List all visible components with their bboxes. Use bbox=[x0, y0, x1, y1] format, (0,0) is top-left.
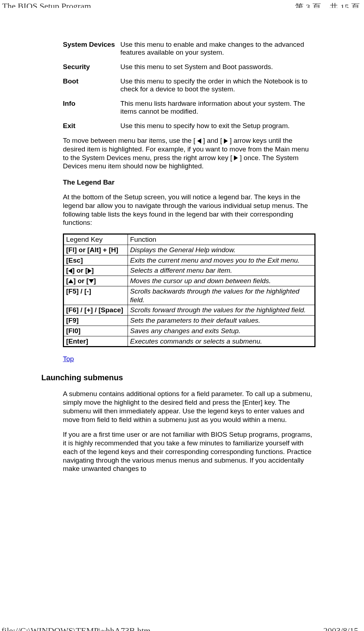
table-header-row: Legend Key Function bbox=[64, 234, 315, 245]
arrow-right-icon bbox=[88, 268, 92, 273]
legend-key: [F6] / [+] / [Space] bbox=[64, 305, 128, 316]
navigation-instructions: To move between menu bar items, use the … bbox=[63, 136, 315, 171]
legend-key: [F5] / [-] bbox=[64, 286, 128, 305]
legend-intro: At the bottom of the Setup screen, you w… bbox=[63, 193, 315, 227]
legend-key: [Enter] bbox=[64, 336, 128, 347]
arrow-left-icon bbox=[197, 139, 201, 144]
legend-fn: Executes commands or selects a submenu. bbox=[128, 336, 315, 347]
page-header: The BIOS Setup Program 第 3 頁，共 15 頁 bbox=[0, 0, 364, 10]
text-fragment: ] and [ bbox=[203, 137, 224, 144]
legend-key: [Fl] or [Alt] + [H] bbox=[64, 245, 128, 255]
legend-fn: Scrolls backwards through the values for… bbox=[128, 286, 315, 305]
legend-key: [] or [] bbox=[64, 276, 128, 286]
table-row: [Esc] Exits the current menu and moves y… bbox=[64, 255, 315, 265]
table-row: [F5] / [-] Scrolls backwards through the… bbox=[64, 286, 315, 305]
legend-fn: Scrolls forward through the values for t… bbox=[128, 305, 315, 316]
legend-fn: Displays the General Help window. bbox=[128, 245, 315, 255]
legend-fn: Selects a different menu bar item. bbox=[128, 265, 315, 276]
text-fragment: To move between menu bar items, use the … bbox=[63, 137, 197, 144]
menu-item-exit: Exit Use this menu to specify how to exi… bbox=[63, 122, 315, 130]
text-fragment: ] bbox=[94, 277, 96, 285]
menu-label: Security bbox=[63, 63, 120, 71]
menu-item-security: Security Use this menu to set System and… bbox=[63, 63, 315, 71]
col-header-fn: Function bbox=[128, 234, 315, 245]
legend-fn: Exits the current menu and moves you to … bbox=[128, 255, 315, 265]
menu-description: This menu lists hardware information abo… bbox=[120, 100, 315, 115]
menu-label: Boot bbox=[63, 77, 120, 93]
arrow-left-icon bbox=[68, 268, 72, 273]
top-link[interactable]: Top bbox=[63, 355, 74, 363]
table-row: [Fl0] Saves any changes and exits Setup. bbox=[64, 326, 315, 336]
table-row: [] or [] Selects a different menu bar it… bbox=[64, 265, 315, 276]
table-row: [F9] Sets the parameters to their defaul… bbox=[64, 316, 315, 326]
menu-description: Use this menu to enable and make changes… bbox=[120, 41, 315, 56]
table-row: [Fl] or [Alt] + [H] Displays the General… bbox=[64, 245, 315, 255]
menu-label: Info bbox=[63, 100, 120, 115]
menu-description: Use this menu to set System and Boot pas… bbox=[120, 63, 315, 71]
footer-path: file://C:\WINDOWS\TEMP\~hhA73B.htm bbox=[1, 626, 151, 631]
legend-fn: Moves the cursor up and down between fie… bbox=[128, 276, 315, 286]
legend-key: [] or [] bbox=[64, 265, 128, 276]
table-row: [F6] / [+] / [Space] Scrolls forward thr… bbox=[64, 305, 315, 316]
menu-description: Use this menu to specify how to exit the… bbox=[120, 122, 315, 130]
legend-table: Legend Key Function [Fl] or [Alt] + [H] … bbox=[63, 233, 315, 347]
text-fragment: ] or [ bbox=[72, 267, 87, 274]
menu-description: Use this menu to specify the order in wh… bbox=[120, 77, 315, 93]
text-fragment: ] or [ bbox=[73, 277, 88, 285]
main-content: System Devices Use this menu to enable a… bbox=[63, 41, 315, 473]
arrow-down-icon bbox=[89, 279, 94, 283]
submenus-paragraph-1: A submenu contains additional options fo… bbox=[63, 390, 315, 424]
menu-item-system-devices: System Devices Use this menu to enable a… bbox=[63, 41, 315, 56]
legend-fn: Saves any changes and exits Setup. bbox=[128, 326, 315, 336]
menu-item-boot: Boot Use this menu to specify the order … bbox=[63, 77, 315, 93]
text-fragment: ] bbox=[92, 267, 94, 274]
table-row: [Enter] Executes commands or selects a s… bbox=[64, 336, 315, 347]
arrow-right-icon bbox=[234, 155, 238, 160]
legend-key: [Esc] bbox=[64, 255, 128, 265]
submenus-paragraph-2: If you are a first time user or are not … bbox=[63, 430, 315, 473]
legend-key: [F9] bbox=[64, 316, 128, 326]
header-title: The BIOS Setup Program bbox=[1, 1, 91, 8]
menu-label: Exit bbox=[63, 122, 120, 130]
arrow-up-icon bbox=[68, 279, 73, 283]
table-row: [] or [] Moves the cursor up and down be… bbox=[64, 276, 315, 286]
legend-key: [Fl0] bbox=[64, 326, 128, 336]
arrow-right-icon bbox=[224, 139, 228, 144]
menu-label: System Devices bbox=[63, 41, 120, 56]
page-container: The BIOS Setup Program 第 3 頁，共 15 頁 Syst… bbox=[0, 0, 364, 631]
menu-item-info: Info This menu lists hardware informatio… bbox=[63, 100, 315, 115]
page-footer: file://C:\WINDOWS\TEMP\~hhA73B.htm 2003/… bbox=[0, 624, 362, 631]
legend-fn: Sets the parameters to their default val… bbox=[128, 316, 315, 326]
header-page-number: 第 3 頁，共 15 頁 bbox=[295, 1, 360, 8]
submenus-heading: Launching submenus bbox=[41, 373, 315, 382]
footer-date: 2003/8/15 bbox=[323, 626, 358, 631]
legend-bar-heading: The Legend Bar bbox=[63, 178, 315, 186]
col-header-key: Legend Key bbox=[64, 234, 128, 245]
